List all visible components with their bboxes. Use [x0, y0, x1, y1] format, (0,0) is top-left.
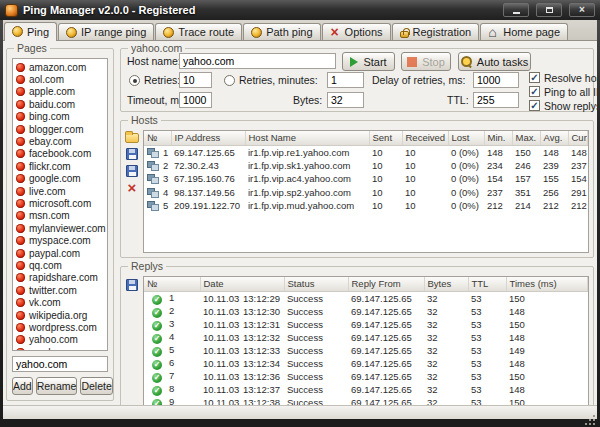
page-list-item[interactable]: rapidshare.com: [14, 272, 106, 284]
page-list-item[interactable]: twitter.com: [14, 284, 106, 296]
replys-table-row[interactable]: ✓510.11.0313:12:33Success69.147.125.6532…: [144, 344, 588, 357]
page-list-item[interactable]: yahoo.com: [14, 334, 106, 346]
column-header-max[interactable]: Max.: [512, 131, 540, 145]
tab-home-page[interactable]: Home page: [480, 23, 568, 40]
save-hosts-button[interactable]: [126, 148, 138, 160]
host-num-cell: 2: [144, 159, 171, 173]
timeout-input[interactable]: [179, 92, 212, 108]
page-list-item[interactable]: baidu.com: [14, 98, 106, 110]
tab-registration[interactable]: Registration: [392, 23, 480, 40]
page-list-item[interactable]: google.com: [14, 173, 106, 185]
tab-trace-route[interactable]: Trace route: [155, 23, 242, 40]
tab-label: Ping: [27, 26, 49, 38]
delete-button[interactable]: Delete: [80, 377, 112, 395]
page-list-item[interactable]: live.com: [14, 185, 106, 197]
tab-path-ping[interactable]: Path ping: [243, 23, 320, 40]
host-host-cell: ir1.fp.vip.ac4.yahoo.com: [245, 172, 369, 186]
page-list-item[interactable]: flickr.com: [14, 160, 106, 172]
column-header-num[interactable]: №: [144, 131, 171, 145]
column-header-sent[interactable]: Sent: [369, 131, 402, 145]
replys-table-row[interactable]: ✓910.11.0313:12:38Success69.147.125.6532…: [144, 396, 588, 406]
column-header-lost[interactable]: Lost: [448, 131, 484, 145]
tab-ip-range-ping[interactable]: IP range ping: [58, 23, 154, 40]
save-hosts-as-button[interactable]: [126, 165, 138, 177]
hosts-table-row[interactable]: 5209.191.122.70ir1.fp.vip.mud.yahoo.com1…: [144, 199, 588, 213]
replys-table-row[interactable]: ✓810.11.0313:12:37Success69.147.125.6532…: [144, 383, 588, 396]
retries-minutes-input[interactable]: [327, 72, 364, 88]
reply-bytes-cell: 32: [424, 370, 468, 383]
replys-table-row[interactable]: ✓710.11.0313:12:36Success69.147.125.6532…: [144, 370, 588, 383]
page-list-item[interactable]: yandex.ru: [14, 346, 106, 351]
minimize-button[interactable]: [503, 3, 529, 17]
hosts-table-row[interactable]: 498.137.149.56ir1.fp.vip.sp2.yahoo.com10…: [144, 186, 588, 200]
page-list-item[interactable]: apple.com: [14, 86, 106, 98]
tab-options[interactable]: Options: [322, 23, 391, 40]
stop-button[interactable]: Stop: [401, 52, 451, 71]
column-header-reply-from[interactable]: Reply From: [348, 277, 424, 291]
column-header-ttl[interactable]: TTL: [468, 277, 506, 291]
column-header-min[interactable]: Min.: [484, 131, 512, 145]
page-list-item[interactable]: aol.com: [14, 73, 106, 85]
page-list-item[interactable]: qq.com: [14, 259, 106, 271]
column-header-date[interactable]: Date: [200, 277, 284, 291]
page-list-item[interactable]: mylanviewer.com: [14, 222, 106, 234]
retries-input[interactable]: [179, 72, 212, 88]
page-list-item[interactable]: bing.com: [14, 111, 106, 123]
replys-table-row[interactable]: ✓410.11.0313:12:32Success69.147.125.6532…: [144, 331, 588, 344]
tab-ping[interactable]: Ping: [4, 22, 57, 41]
hosts-table-row[interactable]: 169.147.125.65ir1.fp.vip.re1.yahoo.com10…: [144, 145, 588, 159]
page-list-item[interactable]: vk.com: [14, 296, 106, 308]
rename-button[interactable]: Rename: [36, 377, 78, 395]
column-header-status[interactable]: Status: [284, 277, 348, 291]
column-header-received[interactable]: Received: [402, 131, 448, 145]
column-header-avg[interactable]: Avg.: [540, 131, 568, 145]
column-header-cur[interactable]: Cur.: [568, 131, 588, 145]
replys-table-row[interactable]: ✓610.11.0313:12:34Success69.147.125.6532…: [144, 357, 588, 370]
replys-table-row[interactable]: ✓110.11.0313:12:29Success69.147.125.6532…: [144, 291, 588, 305]
retries-minutes-radio[interactable]: [224, 74, 235, 86]
page-list-item[interactable]: amazon.com: [14, 61, 106, 73]
open-button[interactable]: [125, 133, 139, 143]
show-replys-checkbox[interactable]: ✓Show replys: [529, 99, 597, 112]
reply-num-cell: ✓6: [144, 357, 200, 370]
add-button[interactable]: Add: [12, 377, 33, 395]
page-list-item[interactable]: myspace.com: [14, 234, 106, 246]
resize-grip-icon[interactable]: [593, 415, 595, 417]
resolve-host-name-checkbox[interactable]: ✓Resolve host name: [529, 71, 597, 84]
column-header-times-ms[interactable]: Times (ms): [506, 277, 588, 291]
ttl-label: TTL:: [447, 92, 469, 108]
delay-input[interactable]: [473, 72, 519, 88]
page-list-item[interactable]: paypal.com: [14, 247, 106, 259]
hosts-table-row[interactable]: 367.195.160.76ir1.fp.vip.ac4.yahoo.com10…: [144, 172, 588, 186]
auto-tasks-button[interactable]: Auto tasks: [458, 52, 531, 71]
host-name-input[interactable]: [179, 53, 336, 69]
page-list-item[interactable]: facebook.com: [14, 148, 106, 160]
page-list-item[interactable]: ebay.com: [14, 135, 106, 147]
retries-radio[interactable]: [129, 74, 140, 86]
column-header-bytes[interactable]: Bytes: [424, 277, 468, 291]
page-list-item[interactable]: wikipedia.org: [14, 309, 106, 321]
page-name-input[interactable]: [12, 356, 108, 372]
start-button[interactable]: Start: [342, 52, 395, 71]
bytes-input[interactable]: [327, 92, 364, 108]
page-list-item[interactable]: msn.com: [14, 210, 106, 222]
column-header-host-name[interactable]: Host Name: [245, 131, 369, 145]
save-replys-button[interactable]: [126, 279, 138, 291]
page-label: yahoo.com: [29, 334, 78, 345]
ttl-input[interactable]: [473, 92, 519, 108]
column-header-ip-address[interactable]: IP Address: [171, 131, 245, 145]
page-list-item[interactable]: wordpress.com: [14, 321, 106, 333]
hosts-table-row[interactable]: 272.30.2.43ir1.fp.vip.sk1.yahoo.com10100…: [144, 159, 588, 173]
host-lost-cell: 0 (0%): [448, 186, 484, 200]
delete-host-button[interactable]: ×: [128, 182, 137, 194]
replys-table-row[interactable]: ✓310.11.0313:12:31Success69.147.125.6532…: [144, 318, 588, 331]
page-list-item[interactable]: blogger.com: [14, 123, 106, 135]
pages-list[interactable]: amazon.comaol.comapple.combaidu.combing.…: [12, 58, 108, 351]
pages-buttons: Add Rename Delete: [12, 377, 108, 395]
ping-all-ip-checkbox[interactable]: ✓Ping to all IP of host: [529, 85, 597, 98]
replys-table-row[interactable]: ✓210.11.0313:12:30Success69.147.125.6532…: [144, 305, 588, 318]
close-button[interactable]: ×: [569, 3, 595, 17]
maximize-button[interactable]: [536, 3, 562, 17]
page-list-item[interactable]: microsoft.com: [14, 197, 106, 209]
column-header-num[interactable]: №: [144, 277, 200, 291]
